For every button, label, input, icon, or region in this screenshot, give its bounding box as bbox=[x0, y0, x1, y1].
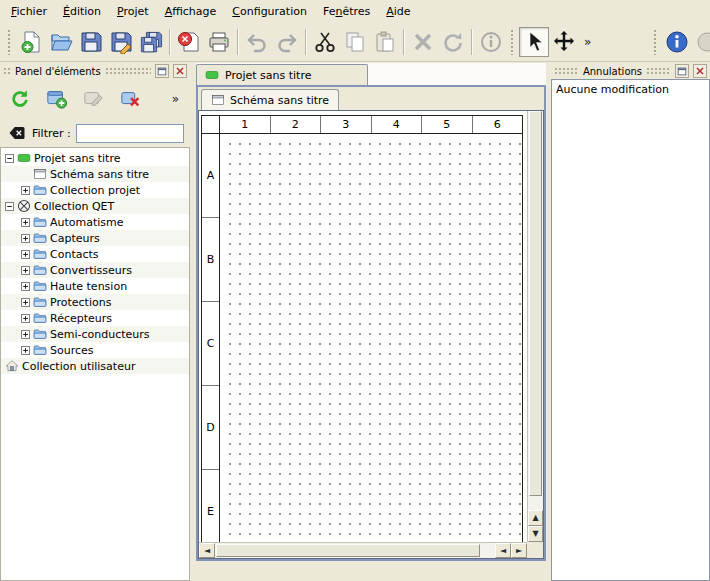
about-qet-button[interactable] bbox=[662, 27, 692, 57]
tree-item-recepteurs[interactable]: Récepteurs bbox=[1, 310, 189, 326]
tree-item-collection-projet[interactable]: Collection projet bbox=[1, 182, 189, 198]
scroll-right-button[interactable]: ► bbox=[511, 543, 527, 558]
clear-filter-button[interactable] bbox=[6, 124, 27, 143]
save-as-button[interactable] bbox=[106, 27, 136, 57]
menu-edition[interactable]: Édition bbox=[55, 2, 109, 21]
tree-item-label: Protections bbox=[50, 296, 111, 309]
information-button[interactable] bbox=[476, 27, 506, 57]
vertical-scrollbar[interactable]: ▲ ▼ bbox=[527, 111, 543, 542]
close-panel-button[interactable] bbox=[173, 64, 187, 78]
grid-dots bbox=[221, 135, 522, 542]
tree-item-contacts[interactable]: Contacts bbox=[1, 246, 189, 262]
toolbar-grip[interactable] bbox=[510, 29, 515, 55]
tree-item-sources[interactable]: Sources bbox=[1, 342, 189, 358]
info-blue-icon bbox=[665, 30, 689, 54]
tree-item-capteurs[interactable]: Capteurs bbox=[1, 230, 189, 246]
expand-icon[interactable] bbox=[21, 330, 30, 339]
elements-panel-titlebar[interactable]: Panel d'éléments bbox=[0, 63, 190, 79]
save-button[interactable] bbox=[76, 27, 106, 57]
toolbar-grip[interactable] bbox=[653, 29, 658, 55]
row-header: B bbox=[202, 218, 219, 302]
tree-item-convertisseurs[interactable]: Convertisseurs bbox=[1, 262, 189, 278]
toolbar-grip[interactable] bbox=[7, 29, 12, 55]
reload-collections-button[interactable] bbox=[6, 85, 34, 113]
tab-projet-sans-titre[interactable]: Projet sans titre bbox=[196, 64, 368, 85]
menu-aide[interactable]: Aide bbox=[378, 2, 418, 21]
tab-schema-sans-titre[interactable]: Schéma sans titre bbox=[201, 89, 339, 110]
rotate-icon bbox=[441, 30, 465, 54]
expand-icon[interactable] bbox=[21, 282, 30, 291]
menu-configuration[interactable]: Configuration bbox=[224, 2, 315, 21]
expand-icon[interactable] bbox=[21, 266, 30, 275]
tree-item-automatisme[interactable]: Automatisme bbox=[1, 214, 189, 230]
tree-item-label: Automatisme bbox=[50, 216, 124, 229]
tree-item-projet-sans-titre[interactable]: Projet sans titre bbox=[1, 150, 189, 166]
expand-icon[interactable] bbox=[21, 298, 30, 307]
filter-input[interactable] bbox=[76, 124, 184, 143]
menu-fenetres[interactable]: Fenêtres bbox=[315, 2, 378, 21]
expand-icon[interactable] bbox=[21, 234, 30, 243]
expand-icon[interactable] bbox=[21, 346, 30, 355]
expand-icon[interactable] bbox=[21, 250, 30, 259]
expand-icon[interactable] bbox=[21, 218, 30, 227]
folder-icon bbox=[33, 279, 47, 293]
vertical-scrollbar-thumb[interactable] bbox=[529, 111, 542, 496]
float-panel-button[interactable] bbox=[675, 64, 689, 78]
undo-button[interactable] bbox=[242, 27, 272, 57]
tree-item-collection-utilisateur[interactable]: Collection utilisateur bbox=[1, 358, 189, 374]
clipped-toolbar-button[interactable] bbox=[692, 27, 710, 57]
scroll-up-button[interactable]: ▲ bbox=[528, 510, 543, 526]
menu-projet[interactable]: Projet bbox=[109, 2, 157, 21]
select-tool-button[interactable] bbox=[519, 27, 549, 57]
copy-button[interactable] bbox=[340, 27, 370, 57]
menu-fichier[interactable]: Fichier bbox=[3, 2, 55, 21]
new-document-button[interactable] bbox=[16, 27, 46, 57]
close-project-button[interactable] bbox=[174, 27, 204, 57]
collapse-icon[interactable] bbox=[5, 202, 14, 211]
horizontal-scrollbar[interactable]: ◄ ◄ ► bbox=[199, 542, 527, 558]
close-panel-button[interactable] bbox=[693, 64, 707, 78]
open-project-button[interactable] bbox=[46, 27, 76, 57]
scroll-down-button[interactable]: ▼ bbox=[528, 526, 543, 542]
new-element-button[interactable] bbox=[43, 85, 71, 113]
undo-empty-item[interactable]: Aucune modification bbox=[552, 82, 709, 97]
redo-button[interactable] bbox=[272, 27, 302, 57]
tree-item-haute-tension[interactable]: Haute tension bbox=[1, 278, 189, 294]
tree-item-schema-sans-titre[interactable]: Schéma sans titre bbox=[1, 166, 189, 182]
menu-affichage[interactable]: Affichage bbox=[157, 2, 225, 21]
expand-icon[interactable] bbox=[21, 186, 30, 195]
pan-tool-button[interactable] bbox=[549, 27, 579, 57]
undo-panel-titlebar[interactable]: Annulations bbox=[551, 63, 710, 79]
diagram-canvas[interactable]: 1 2 3 4 5 6 A B C D E bbox=[201, 115, 523, 542]
print-button[interactable] bbox=[204, 27, 234, 57]
delete-element-button[interactable] bbox=[117, 85, 145, 113]
filter-row: Filtrer : bbox=[0, 119, 190, 147]
cut-button[interactable] bbox=[310, 27, 340, 57]
scroll-left-button[interactable]: ◄ bbox=[199, 543, 215, 558]
save-all-button[interactable] bbox=[136, 27, 166, 57]
tree-item-collection-qet[interactable]: Collection QET bbox=[1, 198, 189, 214]
project-icon bbox=[205, 68, 219, 82]
scroll-left-button-2[interactable]: ◄ bbox=[495, 543, 511, 558]
toolbar-overflow-chevron[interactable]: » bbox=[579, 35, 596, 49]
close-icon bbox=[174, 65, 186, 77]
edit-element-button[interactable] bbox=[80, 85, 108, 113]
tree-item-semi-conducteurs[interactable]: Semi-conducteurs bbox=[1, 326, 189, 342]
float-panel-button[interactable] bbox=[155, 64, 169, 78]
schema-tab-bar: Schéma sans titre bbox=[198, 87, 544, 110]
collapse-icon[interactable] bbox=[5, 154, 14, 163]
dock-grip bbox=[554, 67, 579, 75]
expand-icon[interactable] bbox=[21, 314, 30, 323]
paste-button[interactable] bbox=[370, 27, 400, 57]
folder-icon bbox=[33, 263, 47, 277]
delete-button[interactable] bbox=[408, 27, 438, 57]
panel-toolbar-overflow-chevron[interactable]: » bbox=[167, 92, 184, 106]
folder-icon bbox=[33, 183, 47, 197]
horizontal-scrollbar-thumb[interactable] bbox=[216, 544, 480, 557]
tree-item-protections[interactable]: Protections bbox=[1, 294, 189, 310]
save-all-icon bbox=[139, 30, 163, 54]
folder-icon bbox=[33, 327, 47, 341]
rotate-button[interactable] bbox=[438, 27, 468, 57]
cursor-arrow-icon bbox=[522, 30, 546, 54]
folder-icon bbox=[33, 295, 47, 309]
